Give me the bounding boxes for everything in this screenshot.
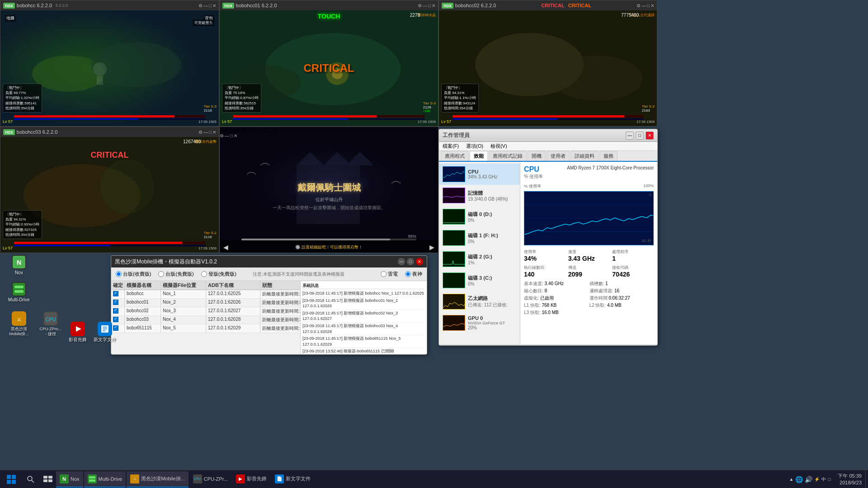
close-btn-tr[interactable]: ✕ [651, 3, 654, 8]
settings-icon-tm[interactable]: ⚙ [418, 3, 422, 8]
bot-radio-free-tw[interactable]: 台版(免費版) [158, 271, 193, 277]
tm-maximize-btn[interactable]: □ [636, 131, 644, 140]
taskbar-app-multidrive[interactable]: Multi-Drive [84, 471, 126, 488]
settings-icon-tr[interactable]: ⚙ [637, 3, 641, 8]
taskbar-notify-icon: □ [828, 477, 830, 482]
tm-minimize-btn[interactable]: — [626, 131, 634, 140]
bot-radio-thunder-input[interactable] [381, 271, 387, 277]
taskbar-app-blackdesert[interactable]: ⚔ 黑色沙漠Mobile掛... [127, 471, 189, 488]
close-btn-tm[interactable]: ✕ [432, 3, 435, 8]
taskbar-network-icon[interactable]: 🌐 [795, 476, 803, 483]
mini-graph-disk2 [443, 251, 465, 267]
tab-users[interactable]: 使用者 [547, 151, 570, 161]
sidebar-item-cpu[interactable]: CPU 34% 3.43 GHz [439, 164, 520, 185]
tm-menu-option[interactable]: 選項(O) [464, 142, 485, 150]
minimize-btn-story[interactable]: — [225, 133, 229, 138]
mini-graph-cpu [443, 166, 465, 182]
tm-main-content: CPU % 使用率 AMD Ryzen 7 1700X Eight-Core P… [520, 162, 657, 344]
desktop-icon-textfile[interactable]: 新文字文件 [90, 320, 119, 344]
bot-minimize-btn[interactable]: — [398, 258, 405, 265]
minimize-btn-bl[interactable]: — [203, 130, 208, 135]
tab-app-history[interactable]: 應用程式記錄 [489, 151, 527, 161]
minimize-btn-tr[interactable]: — [642, 3, 646, 8]
maximize-btn-bl[interactable]: □ [209, 130, 212, 135]
taskbar-battery-icon: ⚡ [814, 477, 820, 482]
settings-icon-tl[interactable]: ⚙ [198, 3, 203, 8]
story-bottom-text: 🔘 設置精鐵錠吧！可以獲得黑石幣！ [295, 244, 363, 250]
time-tm: 17:39 1509 [418, 120, 436, 124]
tab-services[interactable]: 服務 [599, 151, 618, 161]
settings-icon-bl[interactable]: ⚙ [198, 130, 203, 135]
taskbar-task-view[interactable] [41, 471, 55, 488]
sidebar-gpu-info: GPU 0 NVIDIA GeForce GT 20% [468, 315, 516, 330]
bot-radio-free-global[interactable]: 發版(免費版) [201, 271, 236, 277]
bot-radio-thunder[interactable]: 雷電 [381, 271, 398, 277]
checkbox-r2[interactable] [113, 308, 118, 314]
svg-rect-46 [48, 476, 52, 479]
minimize-btn-tm[interactable]: — [423, 3, 427, 8]
tm-menu-view[interactable]: 檢視(V) [489, 142, 509, 150]
tm-menu-file[interactable]: 檔案(F) [441, 142, 461, 150]
taskbar-tray-up-icon[interactable]: ▲ [789, 477, 793, 482]
tab-performance[interactable]: 效能 [470, 151, 488, 161]
bot-radio-night-input[interactable] [405, 271, 411, 277]
taskbar-nox-icon: N [60, 474, 69, 483]
log-item-2: [23-09-2018 11:45:17] 新增模擬器 bobohcc02 No… [302, 310, 425, 323]
maximize-btn-story[interactable]: □ [230, 133, 233, 138]
desktop-icon-cpuz[interactable]: CPU CPU-ZPro...- 捷徑 [36, 310, 65, 338]
show-desktop-btn[interactable] [865, 470, 868, 488]
start-button[interactable] [0, 470, 23, 488]
tab-details[interactable]: 詳細資料 [571, 151, 599, 161]
nox-logo-m: nox [222, 3, 234, 9]
desktop-icon-nox[interactable]: N Nox [5, 253, 33, 277]
taskbar-app-nox[interactable]: N Nox [56, 471, 83, 488]
bot-radio-paid-input[interactable] [116, 271, 122, 277]
sidebar-item-disk1[interactable]: 磁碟 1 (F: H:) 0% [439, 227, 520, 249]
bot-maximize-btn[interactable]: □ [407, 258, 414, 265]
mini-graph-gpu [443, 315, 465, 331]
taskbar-search-btn[interactable] [23, 471, 39, 488]
sidebar-item-disk0[interactable]: 磁碟 0 (D:) 0% [439, 206, 520, 227]
taskbar-multidrive-icon-svg [89, 475, 96, 483]
close-btn-story[interactable]: ✕ [234, 133, 237, 138]
bot-radio-night[interactable]: 夜神 [405, 271, 422, 277]
tab-processes[interactable]: 應用程式 [441, 151, 469, 161]
bot-radio-paid[interactable]: 台版(收費版) [116, 271, 151, 277]
settings-icon-story[interactable]: ⚙ [220, 133, 224, 138]
close-btn-bl[interactable]: ✕ [212, 130, 216, 135]
water-crystal-tm: 獲得神水晶 [418, 13, 436, 18]
bot-radio-free-tw-input[interactable] [158, 271, 164, 277]
taskbar-blackdesert-label: 黑色沙漠Mobile掛... [141, 475, 185, 482]
maximize-btn-tm[interactable]: □ [428, 3, 431, 8]
taskbar-app-textfile[interactable]: 📄 新文字文件 [271, 471, 314, 488]
sidebar-item-memory[interactable]: 記憶體 19.3/40.0 GB (48%) [439, 185, 520, 206]
maximize-btn-tl[interactable]: □ [209, 3, 212, 8]
close-btn-tl[interactable]: ✕ [212, 3, 216, 8]
nav-right-btn[interactable]: ▶ [429, 244, 434, 251]
checkbox-r1[interactable] [113, 300, 118, 305]
cpuz-icon-svg: CPU [44, 312, 57, 325]
tm-usage-label-row: % 使用率 100% [524, 183, 654, 189]
tm-time-label: 60 秒 [642, 238, 651, 244]
sidebar-item-gpu[interactable]: GPU 0 NVIDIA GeForce GT 20% [439, 312, 520, 333]
taskbar-volume-icon[interactable]: 🔊 [805, 476, 812, 483]
taskbar-clock[interactable]: 下午 05:39 2018/9/23 [834, 473, 865, 486]
desktop-icon-multidrive[interactable]: Multi-Drive [5, 280, 33, 305]
desktop-icon-player[interactable]: 影音先鋒 [63, 320, 92, 344]
minimize-btn-tl[interactable]: — [203, 3, 208, 8]
taskbar-app-cpuz[interactable]: CPU CPU-ZPr... [189, 471, 231, 488]
tm-stat-processes: 處理程序 1 [612, 249, 654, 262]
checkbox-r0[interactable] [113, 291, 118, 296]
taskbar-app-player[interactable]: ▶ 影音先鋒 [232, 471, 270, 488]
map-btn-tl[interactable]: 地圖 [5, 15, 16, 22]
maximize-btn-tr[interactable]: □ [647, 3, 650, 8]
bot-radio-free-global-input[interactable] [201, 271, 207, 277]
bot-close-btn[interactable]: ✕ [416, 258, 423, 265]
nav-left-btn[interactable]: ◀ [223, 244, 228, 251]
sidebar-item-ethernet[interactable]: 乙太網路 已傳送: 112 已接收: [439, 291, 520, 312]
desktop-icon-blackdesert[interactable]: ⚔ 黒色沙漠Mobile掛... [5, 310, 33, 338]
tm-close-btn[interactable]: ✕ [646, 131, 654, 140]
tab-startup[interactable]: 開機 [528, 151, 546, 161]
sidebar-item-disk3[interactable]: 磁碟 3 (C:) 0% [439, 270, 520, 291]
sidebar-item-disk2[interactable]: 磁碟 2 (G:) 1% [439, 249, 520, 270]
